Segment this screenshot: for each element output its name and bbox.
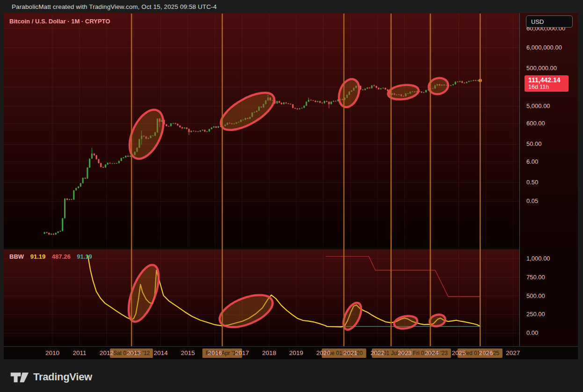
last-price-value: 111,442.14 xyxy=(528,76,568,84)
year-tick-label: 2016 xyxy=(208,349,222,356)
annotation-ellipse[interactable] xyxy=(393,314,418,330)
bbw-legend-title: BBW xyxy=(9,253,24,260)
currency-toggle-label: USD xyxy=(531,18,544,25)
last-price-label[interactable]: 111,442.14 16d 11h xyxy=(525,75,568,92)
year-tick-label: 2027 xyxy=(506,349,520,356)
year-tick-label: 2018 xyxy=(262,349,276,356)
tradingview-screenshot: ParabolicMatt created with TradingView.c… xyxy=(0,0,583,392)
year-tick-label: 2020 xyxy=(316,349,330,356)
annotation-ellipse[interactable] xyxy=(215,289,277,334)
year-tick-label: 2023 xyxy=(398,349,412,356)
year-tick-label: 2012 xyxy=(100,349,114,356)
annotation-ellipse[interactable] xyxy=(123,105,170,164)
year-tick-label: 2021 xyxy=(343,349,357,356)
annotation-ellipse[interactable] xyxy=(428,313,446,328)
bbw-highest-line xyxy=(326,256,480,297)
annotation-ellipse[interactable] xyxy=(123,261,165,325)
price-pane-graphics[interactable] xyxy=(4,14,519,247)
year-tick-label: 2015 xyxy=(181,349,195,356)
bbw-highest-value: 487.26 xyxy=(52,253,71,260)
year-tick-label: 2025 xyxy=(452,349,466,356)
year-tick-label: 2014 xyxy=(154,349,168,356)
symbol-legend[interactable]: Bitcoin / U.S. Dollar · 1M · CRYPTO xyxy=(9,18,110,25)
currency-toggle-button[interactable]: USD xyxy=(526,15,573,28)
chart-canvas[interactable] xyxy=(0,0,583,392)
year-tick-label: 2022 xyxy=(371,349,385,356)
bbw-pane-graphics[interactable] xyxy=(4,250,519,346)
year-tick-label: 2010 xyxy=(45,349,59,356)
annotation-ellipse[interactable] xyxy=(335,76,363,110)
year-tick-label: 2017 xyxy=(235,349,249,356)
bbw-lowest-value: 91.19 xyxy=(77,253,92,260)
year-tick-label: 2019 xyxy=(289,349,303,356)
bbw-legend[interactable]: BBW 91.19 487.26 91.19 xyxy=(9,253,92,260)
year-tick-label: 2013 xyxy=(127,349,141,356)
annotation-ellipse[interactable] xyxy=(215,86,280,138)
annotation-ellipse[interactable] xyxy=(387,83,420,102)
bbw-current-value: 91.19 xyxy=(30,253,46,260)
year-tick-label: 2024 xyxy=(425,349,439,356)
year-tick-label: 2011 xyxy=(73,349,86,356)
year-tick-label: 2026 xyxy=(479,349,493,356)
bar-countdown: 16d 11h xyxy=(528,84,568,90)
